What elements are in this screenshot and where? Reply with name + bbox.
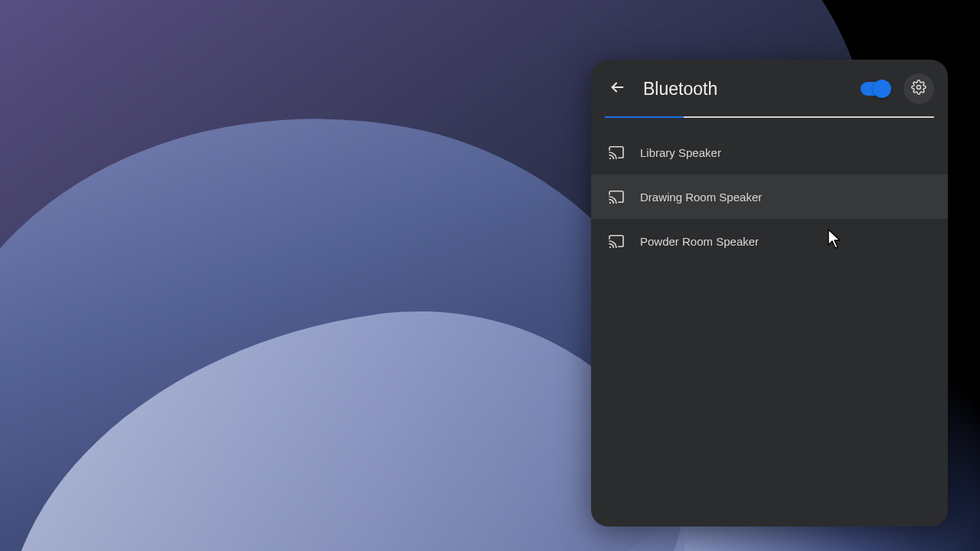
device-item[interactable]: Powder Room Speaker [591,219,948,263]
settings-button[interactable] [903,73,934,104]
device-label: Library Speaker [640,146,721,159]
panel-header: Bluetooth [591,60,948,116]
scanning-progress [605,116,934,118]
cast-icon [608,233,625,249]
svg-point-3 [609,202,611,204]
device-item[interactable]: Drawing Room Speaker [591,174,948,219]
cast-icon [608,144,625,161]
bluetooth-toggle[interactable] [861,82,890,96]
scanning-progress-fill [605,116,684,118]
toggle-knob [873,80,891,98]
cast-icon [608,188,625,205]
bluetooth-panel: Bluetooth Library Speaker Drawing Room S… [591,60,948,527]
device-label: Powder Room Speaker [640,235,759,248]
back-button[interactable] [602,73,632,104]
device-list: Library Speaker Drawing Room Speaker Pow… [591,118,948,527]
panel-title: Bluetooth [643,79,854,99]
device-label: Drawing Room Speaker [640,191,762,204]
gear-icon [911,80,926,98]
svg-point-2 [609,158,611,159]
svg-point-4 [609,246,611,248]
device-item[interactable]: Library Speaker [591,130,948,174]
arrow-left-icon [609,79,626,99]
svg-point-1 [917,86,921,90]
